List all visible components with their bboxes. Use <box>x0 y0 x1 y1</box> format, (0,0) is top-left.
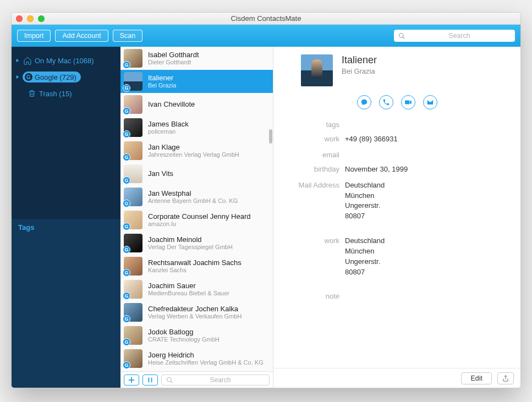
field-mail-address: Mail Address DeutschlandMünchenUngererst… <box>273 178 509 224</box>
share-button[interactable] <box>497 372 514 384</box>
contact-row[interactable]: GJames Blackpoliceman <box>120 116 273 139</box>
contact-avatar: G <box>124 141 142 160</box>
search-field-bottom[interactable] <box>161 375 270 386</box>
action-row <box>273 91 520 117</box>
sidebar-item-on-my-mac[interactable]: On My Mac (1068) <box>12 52 120 69</box>
call-button[interactable] <box>379 95 393 109</box>
message-button[interactable] <box>357 95 371 109</box>
search-icon <box>166 377 173 383</box>
scan-button[interactable]: Scan <box>113 30 143 42</box>
minimize-window-button[interactable] <box>27 15 34 22</box>
contact-name: Italiener <box>148 74 176 82</box>
contact-avatar: G <box>124 257 142 276</box>
google-account-pill: G Google (729) <box>23 71 81 82</box>
contact-row[interactable]: GJan WestphalAntenne Bayern GmbH & Co. K… <box>120 185 273 208</box>
sidebar-tags-area <box>12 235 120 388</box>
contact-avatar: G <box>124 303 142 322</box>
contact-subtitle: Antenne Bayern GmbH & Co. KG <box>148 197 238 205</box>
google-badge-icon: G <box>123 338 130 346</box>
contact-name: Joachim Meinold <box>148 235 233 244</box>
contact-name: Italiener <box>342 54 377 66</box>
field-note: note <box>273 289 509 303</box>
google-icon: G <box>25 73 32 81</box>
contact-subtitle: Verlag Werben & Verkaufen GmbH <box>148 313 242 320</box>
contact-row[interactable]: GIvan Chevillote <box>120 93 273 116</box>
contact-row[interactable]: GChefredakteur Jochen KalkaVerlag Werben… <box>120 301 273 324</box>
field-tags: tags <box>273 117 509 131</box>
contact-name: Ivan Chevillote <box>148 100 195 109</box>
mail-address-value: DeutschlandMünchenUngererstr.80807 <box>345 180 385 222</box>
contact-name: Isabel Gotthardt <box>148 51 199 59</box>
home-icon <box>23 56 32 65</box>
sidebar-section-tags[interactable]: Tags <box>12 219 120 235</box>
contact-list: GIsabel GotthardtDieter GotthardtGItalie… <box>120 47 273 388</box>
svg-point-0 <box>399 34 404 38</box>
contact-company: Bei Grazia <box>342 67 377 75</box>
contact-row[interactable]: GJan Vits <box>120 162 273 185</box>
import-button[interactable]: Import <box>17 30 51 42</box>
google-badge-icon: G <box>123 269 130 277</box>
svg-line-9 <box>171 381 172 383</box>
contact-subtitle: MedienBureau Biebel & Sauer <box>148 290 229 297</box>
contact-list-scroll[interactable]: GIsabel GotthardtDieter GotthardtGItalie… <box>120 47 273 371</box>
field-work-phone: work +49 (89) 366931 <box>273 131 509 147</box>
email-button[interactable] <box>423 95 437 109</box>
sidebar-label-on-my-mac: On My Mac (1068) <box>35 57 94 65</box>
add-contact-button[interactable] <box>124 375 139 386</box>
field-work-address: work DeutschlandMünchenUngererstr.80807 <box>273 233 509 280</box>
contact-row[interactable]: GJoerg HeidrichHeise Zeitschriften Verla… <box>120 347 273 370</box>
contact-subtitle: policeman <box>148 128 189 135</box>
sidebar-label-trash: Trash (15) <box>39 90 72 98</box>
contact-row[interactable]: GIsabel GotthardtDieter Gotthardt <box>120 47 273 70</box>
detail-fields: tags work +49 (89) 366931 email birthday… <box>273 117 520 314</box>
search-field-top[interactable] <box>394 30 515 42</box>
google-badge-icon: G <box>123 84 130 92</box>
contact-avatar: G <box>124 95 142 114</box>
google-badge-icon: G <box>123 246 130 254</box>
sidebar-item-trash[interactable]: Trash (15) <box>12 85 120 102</box>
contact-avatar: G <box>124 72 142 91</box>
svg-point-8 <box>167 377 172 382</box>
contact-avatar: G <box>124 280 142 299</box>
main-area: On My Mac (1068) G Google (729) Trash (1… <box>12 47 520 388</box>
search-input-bottom[interactable] <box>176 376 265 384</box>
contact-name: Jodok Batlogg <box>148 328 220 337</box>
contact-name: Rechtsanwalt Joachim Sachs <box>148 258 242 267</box>
contact-row[interactable]: GJan KlageJahreszeiten Verlag Verlag Gmb… <box>120 139 273 162</box>
columns-button[interactable] <box>142 375 158 386</box>
contact-avatar: G <box>124 211 142 229</box>
zoom-window-button[interactable] <box>38 15 45 22</box>
contact-name: Corporate Counsel Jenny Heard <box>148 212 250 221</box>
google-badge-icon: G <box>123 177 130 184</box>
contact-name: Jan Westphal <box>148 189 238 198</box>
google-badge-icon: G <box>123 315 130 323</box>
contact-row[interactable]: GJodok BatloggCRATE Technology GmbH <box>120 324 273 347</box>
disclosure-triangle-icon[interactable] <box>15 58 20 63</box>
video-button[interactable] <box>401 95 415 109</box>
work-phone-value[interactable]: +49 (89) 366931 <box>345 134 398 145</box>
contact-row[interactable]: GRechtsanwalt Joachim SachsKanzlei Sachs <box>120 255 273 278</box>
contact-row[interactable]: GJoachim SauerMedienBureau Biebel & Saue… <box>120 278 273 301</box>
close-window-button[interactable] <box>16 15 23 22</box>
contact-avatar-large[interactable] <box>301 54 333 86</box>
disclosure-triangle-icon[interactable] <box>15 74 20 80</box>
app-window: Cisdem ContactsMate Import Add Account S… <box>11 12 521 388</box>
contact-name: Joachim Sauer <box>148 282 229 290</box>
contact-row[interactable]: GCorporate Counsel Jenny Heardamazon.lu <box>120 208 273 232</box>
contact-avatar: G <box>124 49 142 68</box>
contact-row[interactable]: GJoachim MeinoldVerlag Der Tagesspiegel … <box>120 232 273 255</box>
birthday-value: November 30, 1999 <box>345 164 408 175</box>
contact-avatar: G <box>124 349 142 368</box>
detail-footer: Edit <box>273 368 520 388</box>
sidebar-item-google[interactable]: G Google (729) <box>12 69 120 85</box>
contact-row[interactable]: GItalienerBei Grazia <box>120 70 273 93</box>
contact-subtitle: Dieter Gotthardt <box>148 59 199 66</box>
google-badge-icon: G <box>123 130 130 138</box>
edit-button[interactable]: Edit <box>461 372 492 384</box>
contact-avatar: G <box>124 118 142 137</box>
contact-detail: Italiener Bei Grazia tags <box>273 47 520 388</box>
add-account-button[interactable]: Add Account <box>55 30 108 42</box>
google-badge-icon: G <box>123 107 130 115</box>
search-input-top[interactable] <box>408 32 511 40</box>
work-address-value: DeutschlandMünchenUngererstr.80807 <box>345 236 385 277</box>
